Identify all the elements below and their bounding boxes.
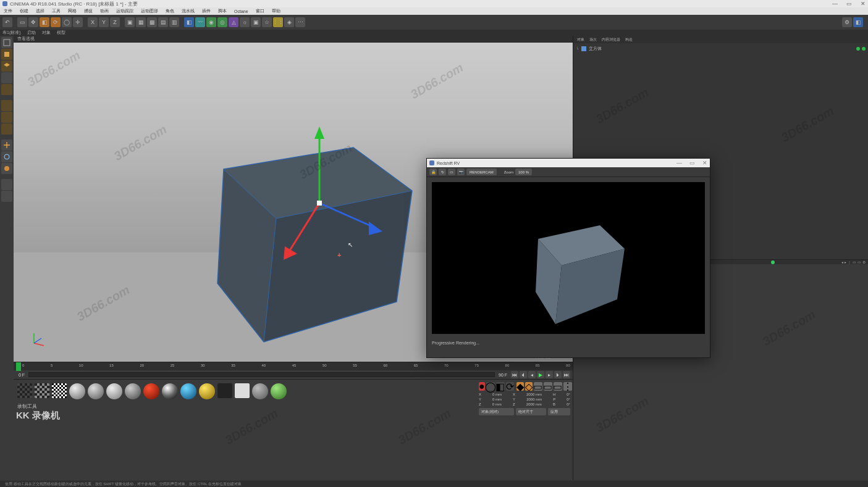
- menu-char[interactable]: 角色: [166, 8, 174, 14]
- nurbs-button[interactable]: ◉: [206, 17, 216, 27]
- menu-bar[interactable]: 文件 创建 选择 工具 网格 捕捉 动画 运动跟踪 运动图形 角色 流水线 插件…: [0, 7, 868, 15]
- axis-button[interactable]: [1, 139, 12, 151]
- render-view-button[interactable]: ▣: [125, 17, 135, 27]
- visibility-dot-render[interactable]: [862, 47, 866, 51]
- tab-layout[interactable]: 布1(标准): [2, 30, 21, 36]
- menu-window[interactable]: 窗口: [256, 8, 264, 14]
- render-snapshot-icon[interactable]: 📷: [457, 169, 465, 175]
- attr-icon-4[interactable]: ▭: [853, 260, 856, 264]
- menu-help[interactable]: 帮助: [272, 8, 280, 14]
- menu-anim[interactable]: 动画: [100, 8, 109, 14]
- render-refresh-icon[interactable]: ↻: [439, 169, 446, 175]
- render-settings-button[interactable]: ▤: [158, 17, 168, 27]
- play-button[interactable]: ▶: [537, 371, 544, 378]
- soft-select-button[interactable]: [1, 163, 12, 174]
- material-sphere-1[interactable]: [69, 383, 85, 399]
- material-light[interactable]: [235, 383, 250, 398]
- record-key-button[interactable]: ●: [479, 382, 485, 391]
- menu-pipe[interactable]: 流水线: [182, 8, 195, 14]
- tab-structure[interactable]: 构造: [625, 37, 633, 43]
- tab-object[interactable]: 对象: [42, 30, 51, 36]
- component-mode-button[interactable]: [1, 37, 12, 48]
- key-anim-button[interactable]: ▭: [544, 382, 552, 391]
- step-back-button[interactable]: ⏴: [520, 371, 527, 378]
- light-button[interactable]: ☆: [262, 17, 272, 27]
- start-frame[interactable]: 0 F: [16, 373, 27, 377]
- object-mode-button[interactable]: [1, 49, 12, 60]
- material-sphere-yellow[interactable]: [199, 383, 215, 399]
- attr-icon-6[interactable]: ⚙: [862, 260, 866, 264]
- step-fwd-button[interactable]: ⏵: [554, 371, 562, 378]
- key-param-button[interactable]: ▭: [534, 382, 542, 391]
- material-sphere-2[interactable]: [88, 383, 104, 399]
- key-pla-button[interactable]: ◇: [525, 382, 533, 391]
- last-tool-button[interactable]: ◯: [62, 17, 72, 27]
- key-rot-button[interactable]: ⟳: [506, 382, 514, 391]
- crosshair-button[interactable]: ✛: [73, 17, 83, 27]
- play-range-slider[interactable]: [28, 372, 495, 377]
- workplane-button[interactable]: [1, 84, 12, 95]
- tab-objects[interactable]: 对象: [577, 37, 584, 43]
- key-menu-button[interactable]: ⋮: [563, 382, 572, 391]
- render-queue-button[interactable]: ▥: [169, 17, 179, 27]
- move-gizmo[interactable]: [270, 123, 406, 283]
- tab-model[interactable]: 模型: [57, 30, 65, 36]
- attr-icon-3[interactable]: ⋮: [848, 260, 851, 264]
- environment-button[interactable]: ☼: [240, 17, 250, 27]
- material-dark[interactable]: [217, 383, 232, 398]
- tab-takes[interactable]: 场次: [589, 37, 597, 43]
- edge-mode-button[interactable]: [1, 112, 12, 123]
- size-mode-dropdown[interactable]: 绝对尺寸: [516, 408, 546, 415]
- material-checker[interactable]: [17, 383, 32, 398]
- menu-mograph[interactable]: 运动图形: [141, 8, 158, 14]
- close-button[interactable]: ✕: [861, 1, 866, 7]
- extra-button-1[interactable]: [1, 191, 12, 202]
- live-select-button[interactable]: ▭: [17, 17, 27, 27]
- menu-track[interactable]: 运动跟踪: [116, 8, 133, 14]
- camera-button[interactable]: ▣: [251, 17, 261, 27]
- tab-start[interactable]: 启动: [27, 30, 36, 36]
- menu-octane[interactable]: Octane: [234, 9, 248, 14]
- key-pos-button[interactable]: ◧: [496, 382, 505, 391]
- menu-tools[interactable]: 工具: [52, 8, 61, 14]
- texture-mode-button[interactable]: [1, 72, 12, 83]
- render-pv-button[interactable]: ▩: [147, 17, 157, 27]
- key-extra-button[interactable]: ▭: [554, 382, 562, 391]
- render-view-window[interactable]: Redshift RV — ▭ ✕ 🔒 ↻ ▭ 📷 RENDERCAM Zoom…: [426, 158, 710, 358]
- menu-script[interactable]: 脚本: [218, 8, 227, 14]
- render-canvas[interactable]: [432, 182, 705, 334]
- material-sphere-red[interactable]: [143, 383, 159, 399]
- material-sphere-half[interactable]: [162, 383, 178, 399]
- render-lock-icon[interactable]: 🔒: [429, 169, 437, 175]
- zoom-value[interactable]: 100 %: [515, 169, 532, 175]
- end-frame[interactable]: 90 F: [496, 373, 510, 377]
- material-checker-2[interactable]: [35, 383, 49, 398]
- go-end-button[interactable]: ⏭: [563, 371, 570, 378]
- maximize-button[interactable]: ▭: [846, 1, 852, 7]
- deformer-button[interactable]: ◬: [229, 17, 238, 27]
- model-mode-button[interactable]: [1, 60, 12, 72]
- axis-y-button[interactable]: Y: [99, 17, 109, 27]
- move-button[interactable]: ✥: [28, 17, 38, 27]
- menu-file[interactable]: 文件: [4, 8, 12, 14]
- attr-icon-1[interactable]: ◂: [841, 260, 843, 264]
- snap-toggle-button[interactable]: [1, 151, 12, 162]
- timeline-ruler[interactable]: 0510 152025 303540 455055 606570 758085 …: [14, 362, 573, 370]
- material-sphere-blue[interactable]: [180, 383, 196, 399]
- material-sphere-grey[interactable]: [252, 383, 268, 399]
- mograph-button[interactable]: ⋮⋮: [273, 17, 283, 27]
- visibility-dot-editor[interactable]: [856, 47, 860, 51]
- render-region-icon[interactable]: ▭: [448, 169, 455, 175]
- menu-mesh[interactable]: 网格: [68, 8, 77, 14]
- material-sphere-green[interactable]: [271, 383, 287, 399]
- next-frame-button[interactable]: ▸: [546, 371, 553, 378]
- key-selection-button[interactable]: ◆: [516, 382, 524, 391]
- minimize-button[interactable]: —: [832, 1, 838, 7]
- render-maximize-button[interactable]: ▭: [689, 160, 695, 166]
- splitter-handle-icon[interactable]: [771, 260, 775, 264]
- render-title-bar[interactable]: Redshift RV — ▭ ✕: [427, 159, 710, 167]
- scale-button[interactable]: ◧: [40, 17, 49, 27]
- tag-button[interactable]: ◈: [284, 17, 294, 27]
- object-name[interactable]: 立方体: [589, 46, 602, 52]
- polygon-mode-button[interactable]: [1, 123, 12, 135]
